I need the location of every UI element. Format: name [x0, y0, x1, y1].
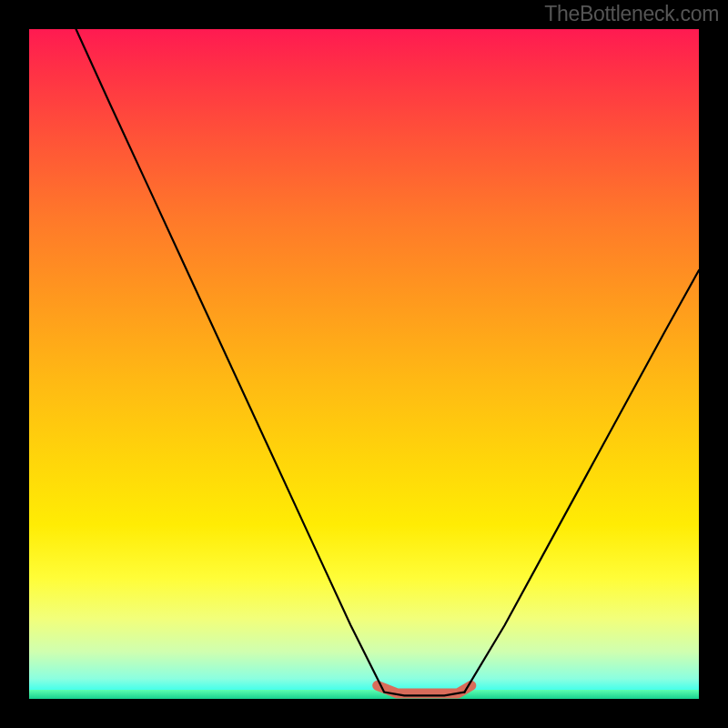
watermark-text: TheBottleneck.com	[544, 2, 719, 26]
curve-right-branch	[464, 270, 699, 693]
curve-left-branch	[76, 29, 465, 695]
plot-area	[29, 29, 699, 699]
curve-layer	[29, 29, 699, 699]
valley-marker-path	[378, 685, 471, 693]
chart-frame: TheBottleneck.com	[0, 0, 728, 728]
